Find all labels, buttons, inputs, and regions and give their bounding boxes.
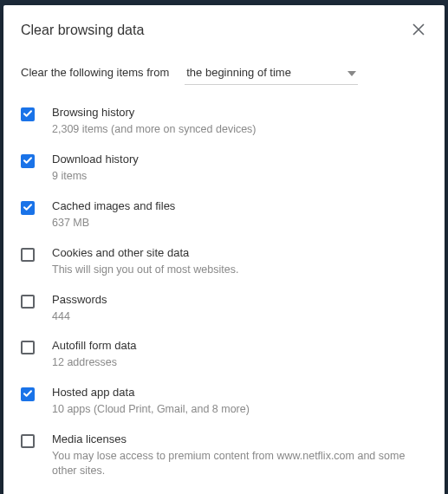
item-title: Passwords [52,293,107,306]
item-text: Cookies and other site dataThis will sig… [52,246,238,277]
item-row: Passwords444 [21,293,427,324]
item-title: Cookies and other site data [52,246,238,259]
item-checkbox[interactable] [21,248,35,262]
item-checkbox[interactable] [21,154,35,168]
item-checkbox[interactable] [21,201,35,215]
item-checkbox[interactable] [21,387,35,401]
item-checkbox[interactable] [21,107,35,121]
close-icon [412,23,425,39]
time-range-row: Clear the following items from the begin… [21,62,427,85]
time-range-select[interactable]: the beginning of time [185,62,358,85]
check-icon [23,200,33,216]
item-title: Download history [52,153,139,166]
item-title: Media licenses [52,432,427,445]
item-row: Cookies and other site dataThis will sig… [21,246,427,277]
item-row: Media licensesYou may lose access to pre… [21,432,427,478]
items-list: Browsing history2,309 items (and more on… [21,106,427,478]
time-range-label: Clear the following items from [21,66,169,79]
item-text: Hosted app data10 apps (Cloud Print, Gma… [52,386,250,417]
item-row: Cached images and files637 MB [21,199,427,231]
item-text: Download history9 items [52,153,139,184]
item-subtitle: 444 [52,309,107,324]
item-checkbox[interactable] [21,434,35,448]
item-row: Browsing history2,309 items (and more on… [21,106,427,137]
item-title: Cached images and files [52,199,175,212]
item-subtitle: 12 addresses [52,355,137,370]
item-text: Cached images and files637 MB [52,199,175,231]
time-range-value: the beginning of time [186,66,291,79]
item-checkbox[interactable] [21,341,35,354]
item-row: Download history9 items [21,153,427,184]
dialog-header: Clear browsing data [21,23,427,40]
dialog-title: Clear browsing data [21,23,144,38]
clear-browsing-data-dialog: Clear browsing data Clear the following … [3,5,445,494]
item-text: Browsing history2,309 items (and more on… [52,106,256,137]
check-icon [23,387,33,402]
item-subtitle: This will sign you out of most websites. [52,263,238,277]
item-title: Browsing history [52,106,256,119]
item-title: Autofill form data [52,339,137,352]
item-subtitle: 2,309 items (and more on synced devices) [52,122,256,137]
check-icon [23,153,33,169]
close-button[interactable] [410,23,427,40]
item-title: Hosted app data [52,386,250,399]
item-row: Autofill form data12 addresses [21,339,427,370]
item-text: Autofill form data12 addresses [52,339,137,370]
item-row: Hosted app data10 apps (Cloud Print, Gma… [21,386,427,417]
item-checkbox[interactable] [21,295,35,309]
item-subtitle: 9 items [52,169,139,184]
check-icon [23,107,33,122]
item-subtitle: 637 MB [52,216,175,231]
item-text: Media licensesYou may lose access to pre… [52,432,427,478]
chevron-down-icon [347,66,356,79]
item-text: Passwords444 [52,293,107,324]
item-subtitle: 10 apps (Cloud Print, Gmail, and 8 more) [52,402,250,417]
item-subtitle: You may lose access to premium content f… [52,449,427,478]
